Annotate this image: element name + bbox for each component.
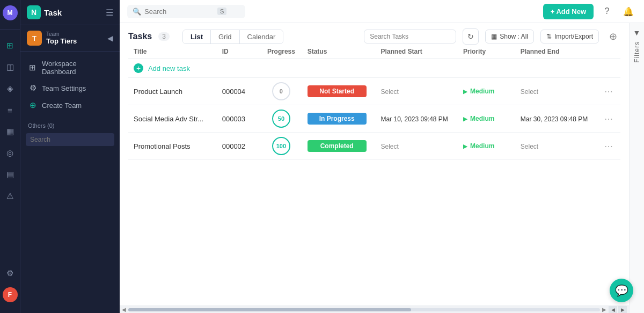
sidebar-search-input[interactable] — [26, 133, 114, 146]
priority-badge: ▶ Medium — [463, 142, 510, 150]
cell-planned-start[interactable]: Select — [375, 78, 458, 105]
cell-planned-start[interactable]: Select — [375, 133, 458, 160]
scroll-next-btn[interactable]: ▶ — [618, 306, 627, 314]
tab-calendar[interactable]: Calendar — [240, 30, 283, 43]
app-title: Task — [44, 8, 62, 17]
row-more-button[interactable]: ⋯ — [602, 140, 615, 152]
sidebar-item-workspace-dashboard[interactable]: ⊞ Workspace Dashboard — [20, 56, 120, 79]
settings-icon[interactable]: ⚙ — [3, 266, 18, 281]
cell-id: 000002 — [217, 133, 261, 160]
cell-planned-start: Mar 10, 2023 09:48 PM — [375, 105, 458, 133]
scroll-right-icon[interactable]: ▶ — [602, 307, 606, 312]
import-export-button[interactable]: ⇅ Import/Export — [540, 30, 599, 43]
sidebar-header: N Task ☰ — [20, 0, 120, 25]
sidebar-search-area — [20, 131, 120, 150]
team-info: T Team Top Tiers — [27, 31, 77, 46]
cell-priority: ▶ Medium — [458, 105, 515, 133]
collapse-sidebar-icon[interactable]: ◀ — [107, 34, 113, 42]
priority-label: Medium — [470, 142, 494, 150]
priority-arrow-icon: ▶ — [463, 143, 467, 149]
planned-end-select[interactable]: Select — [521, 88, 538, 96]
user-avatar-bottom[interactable]: F — [3, 287, 18, 302]
list-alt-icon[interactable]: ≡ — [3, 103, 18, 118]
col-header-title: Title — [128, 45, 217, 59]
top-bar: 🔍 S + Add New ? 🔔 — [120, 0, 644, 23]
chat-icon: 💬 — [615, 284, 628, 297]
global-search-input[interactable] — [144, 8, 214, 16]
cell-status[interactable]: In Progress — [302, 105, 376, 133]
cell-status[interactable]: Not Started — [302, 78, 376, 105]
add-new-button[interactable]: + Add New — [543, 4, 594, 19]
workspace-icon: ⊞ — [28, 63, 38, 72]
tasks-header: Tasks 3 List Grid Calendar ↻ ▦ Show : Al… — [120, 23, 629, 45]
cell-status[interactable]: Completed — [302, 133, 376, 160]
view-tabs: List Grid Calendar — [182, 30, 283, 44]
notifications-icon[interactable]: 🔔 — [620, 3, 636, 19]
status-badge: In Progress — [308, 113, 367, 125]
tasks-search-input[interactable] — [364, 30, 456, 43]
team-label: Team — [46, 31, 77, 37]
target-icon[interactable]: ◎ — [3, 145, 18, 161]
sidebar: N Task ☰ T Team Top Tiers ◀ ⊞ Workspace … — [20, 0, 120, 313]
search-shortcut-badge: S — [217, 8, 226, 15]
planned-end-select[interactable]: Select — [521, 143, 538, 150]
cell-progress: 50 — [260, 105, 302, 133]
tab-list[interactable]: List — [183, 30, 211, 43]
refresh-button[interactable]: ↻ — [463, 28, 479, 45]
filters-icon[interactable]: ▼ — [633, 28, 641, 37]
tasks-panel: Tasks 3 List Grid Calendar ↻ ▦ Show : Al… — [120, 23, 629, 313]
show-label: Show : All — [500, 33, 528, 40]
show-filter-button[interactable]: ▦ Show : All — [485, 30, 534, 43]
sidebar-nav: ⊞ Workspace Dashboard ⚙ Team Settings ⊕ … — [20, 52, 120, 118]
main-content: 🔍 S + Add New ? 🔔 Tasks 3 List Grid Cale… — [120, 0, 644, 313]
help-icon[interactable]: ? — [599, 3, 615, 19]
team-header: T Team Top Tiers ◀ — [20, 25, 120, 52]
cell-actions: ⋯ — [597, 105, 620, 133]
planned-start-select[interactable]: Select — [380, 143, 398, 150]
filters-label[interactable]: Filters — [633, 37, 641, 67]
logo-icon: N — [27, 5, 41, 19]
add-task-row[interactable]: + Add new task — [128, 59, 620, 78]
alert-icon[interactable]: ⚠ — [3, 188, 18, 203]
scroll-prev-btn[interactable]: ◀ — [609, 306, 617, 314]
horizontal-scrollbar[interactable]: ◀ ▶ ◀ ▶ — [120, 305, 629, 313]
grid-icon[interactable]: ⊞ — [3, 38, 18, 53]
add-task-icon: + — [134, 63, 143, 73]
chat-button[interactable]: 💬 — [610, 279, 633, 302]
team-settings-label: Team Settings — [42, 84, 86, 92]
workspace-dashboard-label: Workspace Dashboard — [42, 60, 112, 76]
scroll-thumb — [128, 308, 411, 311]
user-avatar-top[interactable]: M — [3, 5, 18, 20]
cell-id: 000004 — [217, 78, 261, 105]
cell-planned-end[interactable]: Select — [515, 133, 597, 160]
calendar-icon[interactable]: ▦ — [3, 124, 18, 139]
cell-progress: 0 — [260, 78, 302, 105]
col-header-progress: Progress — [260, 45, 302, 59]
cell-progress: 100 — [260, 133, 302, 160]
planned-start-select[interactable]: Select — [380, 88, 398, 96]
tab-grid[interactable]: Grid — [211, 30, 240, 43]
col-header-id: ID — [217, 45, 261, 59]
sidebar-item-team-settings[interactable]: ⚙ Team Settings — [20, 79, 120, 97]
row-more-button[interactable]: ⋯ — [602, 85, 615, 98]
icon-bar: M ⊞ ◫ ◈ ≡ ▦ ◎ ▤ ⚠ ⚙ F — [0, 0, 20, 313]
cell-title: Promotional Posts — [128, 133, 217, 160]
menu-toggle-icon[interactable]: ☰ — [106, 8, 113, 18]
team-avatar: T — [27, 31, 42, 46]
sidebar-item-create-team[interactable]: ⊕ Create Team — [20, 97, 120, 114]
table-row: Social Media Adv Str... 000003 50 In Pro… — [128, 105, 620, 133]
tasks-area: Tasks 3 List Grid Calendar ↻ ▦ Show : Al… — [120, 23, 644, 313]
table-row: Product Launch 000004 0 Not Started Sele… — [128, 78, 620, 105]
settings-nav-icon: ⚙ — [28, 83, 38, 93]
scroll-track[interactable] — [128, 308, 600, 311]
cell-planned-end[interactable]: Select — [515, 78, 597, 105]
scroll-left-icon[interactable]: ◀ — [122, 307, 126, 312]
report-icon[interactable]: ▤ — [3, 167, 18, 182]
priority-badge: ▶ Medium — [463, 88, 510, 95]
add-column-button[interactable]: ⊕ — [605, 29, 620, 44]
status-badge: Completed — [308, 140, 367, 152]
priority-arrow-icon: ▶ — [463, 89, 467, 94]
dashboard-icon[interactable]: ◫ — [3, 60, 18, 75]
chart-icon[interactable]: ◈ — [3, 81, 18, 96]
row-more-button[interactable]: ⋯ — [602, 113, 615, 125]
